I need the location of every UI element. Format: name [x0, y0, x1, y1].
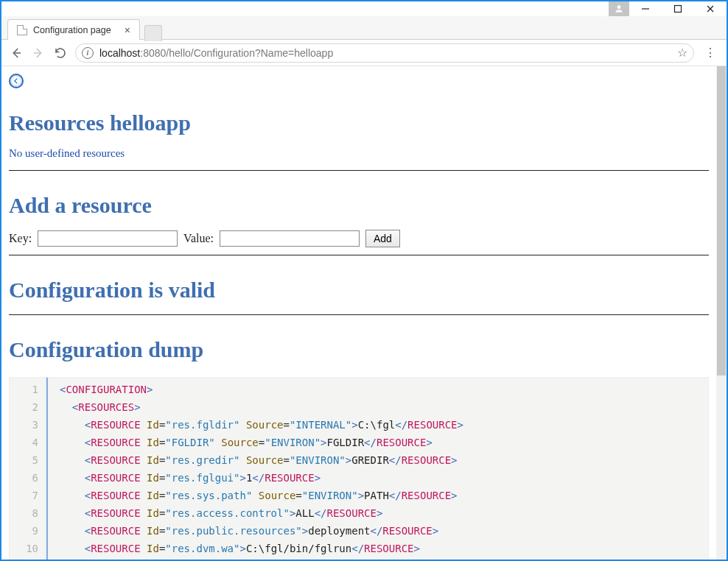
window-titlebar: [1, 1, 727, 16]
vertical-scrollbar[interactable]: [716, 66, 727, 560]
back-button[interactable]: [9, 46, 24, 60]
svg-rect-2: [675, 6, 682, 13]
page-icon: [17, 25, 27, 35]
profile-button[interactable]: [609, 1, 629, 16]
window-maximize-button[interactable]: [662, 1, 694, 16]
scrollbar-thumb[interactable]: [717, 66, 726, 375]
add-button[interactable]: Add: [365, 230, 400, 247]
url-input[interactable]: i localhost:8080/hello/Configuration?Nam…: [75, 43, 694, 63]
page-content: Resources helloapp No user-defined resou…: [1, 66, 716, 560]
person-icon: [614, 4, 624, 14]
section-divider: [9, 314, 709, 315]
tab-bar: Configuration page ×: [1, 16, 727, 40]
new-tab-button[interactable]: [144, 25, 162, 41]
value-input[interactable]: [220, 230, 360, 247]
config-dump-code: 12345678910 <CONFIGURATION> <RESOURCES> …: [9, 377, 709, 560]
arrow-left-circle-icon: [13, 77, 20, 85]
browser-window: Configuration page × i localhost:8080/he…: [0, 0, 728, 561]
minimize-icon: [641, 4, 650, 13]
url-text: localhost:8080/hello/Configuration?Name=…: [99, 47, 333, 59]
config-valid-heading: Configuration is valid: [9, 278, 709, 303]
value-label: Value:: [183, 232, 214, 245]
address-bar: i localhost:8080/hello/Configuration?Nam…: [1, 40, 727, 66]
section-divider: [9, 255, 709, 255]
add-resource-form: Key: Value: Add: [9, 230, 709, 247]
reload-icon: [54, 46, 67, 60]
forward-button[interactable]: [31, 46, 46, 60]
add-resource-heading: Add a resource: [9, 193, 709, 218]
tab-title: Configuration page: [33, 25, 111, 35]
code-source: <CONFIGURATION> <RESOURCES> <RESOURCE Id…: [46, 378, 708, 560]
tab-close-button[interactable]: ×: [125, 24, 130, 36]
arrow-right-icon: [32, 46, 45, 60]
arrow-left-icon: [10, 46, 23, 60]
no-resources-message: No user-defined resources: [9, 147, 709, 160]
browser-menu-button[interactable]: ⋮: [701, 46, 719, 60]
window-minimize-button[interactable]: [629, 1, 662, 16]
page-back-link[interactable]: [9, 74, 24, 88]
titlebar-spacer: [1, 1, 609, 16]
bookmark-button[interactable]: ☆: [677, 46, 687, 60]
close-icon: [706, 4, 715, 13]
site-info-icon[interactable]: i: [82, 47, 94, 59]
svg-point-0: [617, 5, 621, 9]
section-divider: [9, 170, 709, 171]
key-label: Key:: [9, 232, 32, 245]
window-close-button[interactable]: [694, 1, 727, 16]
line-gutter: 12345678910: [10, 378, 46, 560]
page-viewport[interactable]: Resources helloapp No user-defined resou…: [1, 66, 727, 560]
browser-tab[interactable]: Configuration page ×: [7, 19, 140, 40]
resources-heading: Resources helloapp: [9, 110, 709, 135]
key-input[interactable]: [38, 230, 178, 247]
maximize-icon: [673, 4, 682, 13]
config-dump-heading: Configuration dump: [9, 337, 709, 362]
reload-button[interactable]: [53, 46, 68, 60]
